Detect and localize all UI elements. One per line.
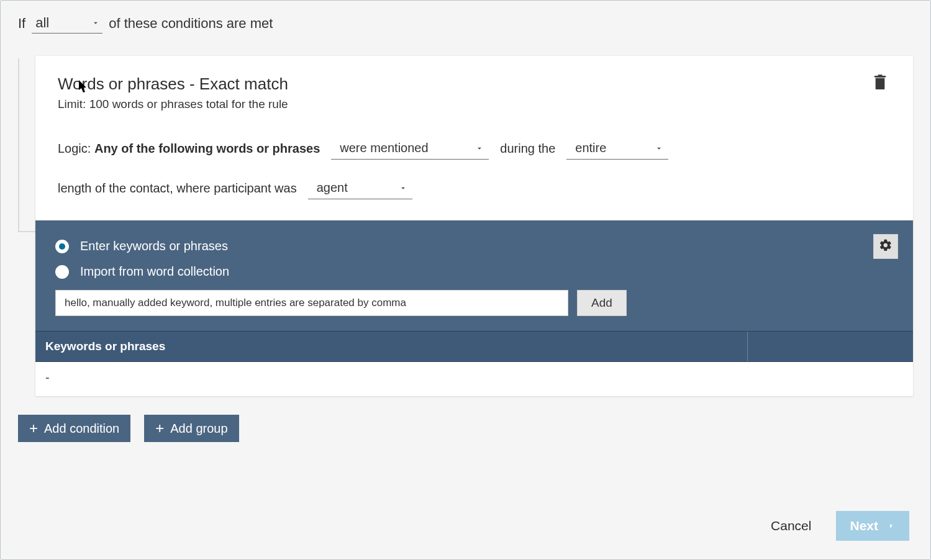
- group-connector-rail: [18, 58, 35, 232]
- mention-select[interactable]: were mentioned: [331, 137, 489, 160]
- next-button[interactable]: Next: [836, 511, 909, 541]
- add-group-button[interactable]: + Add group: [144, 415, 238, 442]
- add-condition-button[interactable]: + Add condition: [18, 415, 130, 442]
- table-row-value: -: [45, 371, 50, 384]
- add-keyword-button[interactable]: Add: [577, 290, 627, 316]
- chevron-down-icon: [399, 184, 407, 192]
- keywords-input[interactable]: [55, 290, 568, 316]
- during-label: during the: [500, 142, 555, 156]
- table-header-col1: Keywords or phrases: [35, 332, 748, 361]
- svg-rect-2: [878, 75, 882, 76]
- quantifier-value: all: [35, 15, 49, 31]
- chevron-down-icon: [91, 19, 100, 27]
- settings-button[interactable]: [873, 234, 898, 259]
- length-label: length of the contact, where participant…: [58, 181, 297, 196]
- logic-label: Logic: Any of the following words or phr…: [58, 142, 320, 156]
- chevron-down-icon: [655, 144, 663, 153]
- plus-icon: +: [29, 421, 38, 436]
- radio-enter-label: Enter keywords or phrases: [80, 239, 228, 253]
- keyword-entry-panel: Enter keywords or phrases Import from wo…: [35, 220, 913, 331]
- quantifier-select[interactable]: all: [32, 13, 102, 34]
- next-label: Next: [850, 518, 878, 533]
- trash-icon: [873, 82, 887, 93]
- participant-select[interactable]: agent: [308, 177, 412, 199]
- card-title: Words or phrases - Exact match: [58, 75, 288, 94]
- gear-icon: [879, 238, 892, 255]
- card-subtitle: Limit: 100 words or phrases total for th…: [58, 97, 288, 111]
- duration-value: entire: [575, 141, 606, 155]
- radio-selected-indicator: [59, 243, 65, 250]
- condition-sentence: If all of these conditions are met: [18, 13, 913, 34]
- svg-rect-1: [874, 76, 886, 78]
- chevron-right-icon: [887, 518, 896, 533]
- mention-value: were mentioned: [340, 141, 428, 155]
- radio-enter-keywords[interactable]: [55, 240, 69, 253]
- table-row: -: [35, 362, 913, 396]
- keywords-table-header: Keywords or phrases: [35, 331, 913, 362]
- cancel-button[interactable]: Cancel: [771, 518, 811, 533]
- if-label: If: [18, 16, 25, 32]
- delete-condition-button[interactable]: [873, 75, 891, 94]
- radio-import-collection[interactable]: [55, 265, 69, 279]
- plus-icon: +: [155, 421, 164, 436]
- chevron-down-icon: [475, 144, 484, 153]
- svg-rect-0: [876, 78, 885, 89]
- radio-import-label: Import from word collection: [80, 264, 229, 279]
- participant-value: agent: [317, 181, 348, 195]
- add-condition-label: Add condition: [44, 422, 119, 436]
- add-group-label: Add group: [170, 422, 227, 436]
- duration-select[interactable]: entire: [566, 137, 668, 160]
- condition-card: Words or phrases - Exact match Limit: 10…: [35, 56, 913, 396]
- of-these-label: of these conditions are met: [109, 16, 273, 32]
